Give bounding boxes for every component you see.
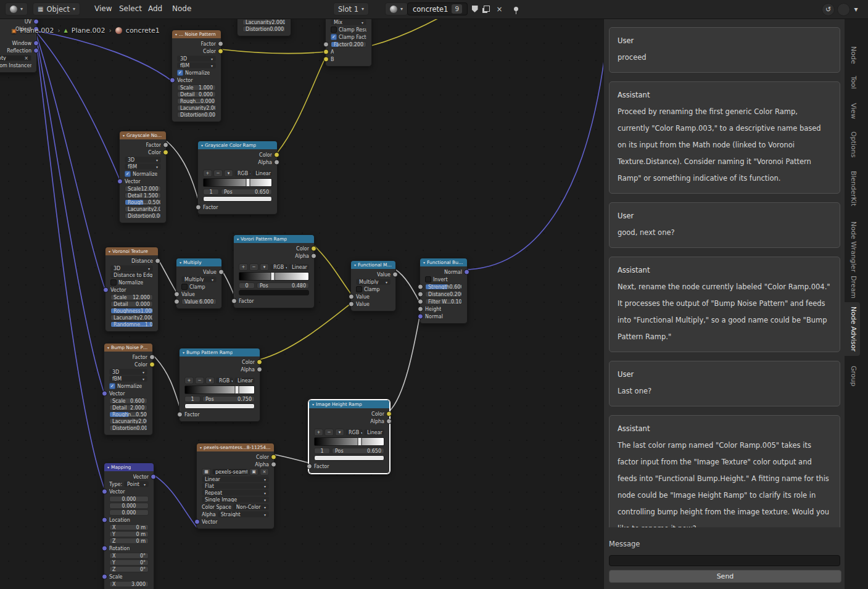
image-name-field[interactable]: pexels-seamtes... [212,469,248,475]
field-detail[interactable]: Detail0.000 [177,91,216,97]
purple-socket[interactable] [117,179,123,184]
ramp-handle[interactable] [357,437,362,446]
gray-socket[interactable] [349,294,354,300]
chat-message-input[interactable] [609,555,840,566]
node-voronoi-pattern-ramp[interactable]: ▾Vorori Pattern RampColorAlpha+−▾RGB▾Lin… [233,234,315,308]
purple-socket[interactable] [102,391,107,397]
purple-socket[interactable] [33,48,39,54]
fake-user-button[interactable] [469,3,481,15]
node-link[interactable] [35,31,105,395]
ramp-stop-index[interactable]: 0 [239,282,255,289]
yellow-socket[interactable] [274,152,279,158]
sidebar-tab-view[interactable]: View [847,99,860,123]
gray-socket[interactable] [177,412,183,418]
purple-socket[interactable] [102,489,107,495]
node-link[interactable] [158,259,178,294]
checkbox-clamp-factor[interactable]: ✓Clamp Factor [331,33,366,41]
field-distortion[interactable]: Distortion0.000 [109,425,147,431]
ramp-position-field[interactable]: Pos0.650 [221,189,272,195]
field-strength[interactable]: Strength0.600 [425,284,462,290]
ramp-handle[interactable] [246,178,250,187]
dropdown-multiply[interactable]: Multiply▾ [181,276,217,282]
field-distortion[interactable]: Distortion0.000 [242,26,286,32]
ramp-add-button[interactable]: + [203,170,212,177]
checkbox-from-instancer[interactable]: From Instancer [0,62,31,69]
shading-sphere-icon[interactable] [837,3,850,16]
field-distortion[interactable]: Distortion0.000 [177,112,216,118]
purple-socket[interactable] [102,574,107,580]
ramp-color-swatch[interactable] [314,455,384,461]
node-header[interactable]: ▾pexels-seamtess...8-11254953.jpg [197,443,274,451]
field-x[interactable]: X3.000 [109,581,149,587]
node-header[interactable]: ▾... Noise Pattern [172,30,221,38]
checkbox-icon[interactable] [356,286,362,292]
sidebar-tab-node[interactable]: Node [847,42,860,68]
pin-button[interactable] [510,3,522,15]
ramp-position-field[interactable]: Pos0.750 [202,396,255,402]
send-button[interactable]: Send [609,570,841,583]
node-header[interactable]: ▾Multiply [176,258,221,266]
dropdown-multiply[interactable]: Multiply▾ [356,279,391,285]
field-distortion[interactable]: Distortion0.000 [125,213,161,219]
node-mapping[interactable]: ▾MappingVectorType:Point▾Vector0.0000.00… [104,463,154,589]
yellow-socket[interactable] [257,360,262,365]
node-header[interactable]: ▾Bump Noise Pattern [104,344,152,352]
menu-add[interactable]: Add [148,4,162,13]
field-filter-w[interactable]: Filter W...0.100 [425,299,462,305]
field-z[interactable]: Z0 m [109,538,149,544]
unlink-material-button[interactable]: × [494,3,505,15]
image-unlink-icon[interactable]: × [260,468,269,476]
node-header[interactable]: ▾Image Height Ramp [309,400,389,408]
ramp-color-swatch[interactable] [184,403,255,409]
circular-arrow-icon[interactable]: ↺ [822,3,835,16]
checkbox-clamp[interactable]: Clamp [356,286,391,293]
menu-view[interactable]: View [94,4,112,13]
gray-socket[interactable] [418,299,423,305]
ramp-color-mode-dropdown[interactable]: RGB▾ [216,377,233,384]
dropdown-flat[interactable]: Flat▾ [202,483,269,489]
ramp-handle[interactable] [235,385,239,394]
field-scale[interactable]: Scale12.000 [110,294,153,300]
node-functional-bump[interactable]: ▾Functional BumpNormalInvertStrength0.60… [420,258,468,324]
image-browse-icon[interactable]: ▦ [202,468,211,476]
field-roughn[interactable]: Roughn...0.500 [109,411,147,418]
node-voronoi-texture[interactable]: ▾Voronoi TextureDistance3D▾Distance to E… [105,247,159,332]
checkbox-icon[interactable] [181,284,188,290]
ramp-remove-button[interactable]: − [249,263,258,271]
checkbox-icon[interactable] [110,279,117,286]
purple-socket[interactable] [102,546,107,551]
checkbox-icon[interactable] [425,276,431,282]
ramp-color-mode-dropdown[interactable]: RGB▾ [234,170,251,176]
image-pack-icon[interactable]: ▣ [249,468,258,476]
gray-socket[interactable] [392,272,398,278]
node-header[interactable]: ▾Bump Pattern Ramp [180,348,260,356]
ramp-remove-button[interactable]: − [324,429,334,436]
purple-socket[interactable] [194,519,200,525]
dropdown-mix[interactable]: Mix▾ [331,19,366,25]
checkbox-icon[interactable]: ✓ [125,171,131,177]
field-lacunarity[interactable]: Lacunarity2.000 [177,105,216,111]
gray-socket[interactable] [196,205,201,210]
gray-socket[interactable] [274,160,279,165]
purple-socket[interactable] [103,287,109,293]
yellow-socket[interactable] [386,411,392,417]
node-functional-multiply[interactable]: ▾Functional MultiplyValueMultiply▾ClampV… [350,260,396,311]
node-link[interactable] [395,270,421,304]
dropdown-fbm[interactable]: fBM▾ [125,163,161,170]
ramp-remove-button[interactable]: − [213,170,223,177]
ramp-interpolation-dropdown[interactable]: Linear▾ [289,264,309,270]
field-detail[interactable]: Detail0.000 [110,301,153,307]
checkbox-icon[interactable]: ✓ [331,34,337,40]
field-scale[interactable]: Scale12.000 [125,186,161,192]
gray-socket[interactable] [349,302,354,307]
dropdown-3d[interactable]: 3D▾ [110,265,153,271]
node-image-height-ramp[interactable]: ▾Image Height RampColorAlpha+−▾RGB▾Linea… [308,400,390,474]
gray-socket[interactable] [218,41,223,47]
value-field[interactable]: 0.000 [109,503,149,509]
purple-socket[interactable] [170,78,175,83]
gray-socket[interactable] [418,292,423,297]
object-field[interactable]: Empty× [0,55,31,61]
browse-material-button[interactable]: ▾ [385,2,408,15]
gray-socket[interactable] [174,299,180,305]
ramp-handle[interactable] [270,272,275,281]
